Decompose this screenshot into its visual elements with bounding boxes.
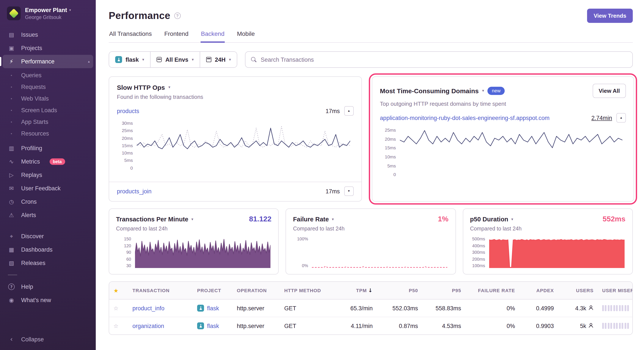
y-tick-label: 0%: [302, 264, 308, 268]
sidebar-item-label: Requests: [21, 84, 46, 90]
stat-title[interactable]: Failure Rate: [293, 216, 334, 223]
transaction-link-products-join[interactable]: products_join: [117, 188, 152, 194]
widget-title-most-time-consuming-domains[interactable]: Most Time-Consuming Domains: [380, 87, 479, 95]
y-tick-label: 0: [130, 166, 133, 170]
star-icon[interactable]: [114, 322, 118, 329]
column-header-failure-rate[interactable]: FAILURE RATE: [466, 282, 519, 299]
sidebar-item-releases[interactable]: ▧Releases: [0, 256, 96, 270]
main-content: Performance ? View Trends All Transactio…: [96, 0, 644, 350]
sidebar-item-projects[interactable]: ▣Projects: [0, 42, 96, 55]
sidebar-item-label: Queries: [21, 72, 42, 79]
y-tick-label: 10ms: [385, 155, 396, 159]
stat-title[interactable]: p50 Duration: [470, 216, 513, 223]
search-icon: [251, 57, 257, 62]
column-header-star[interactable]: [109, 282, 128, 299]
page-header: Performance ? View Trends: [109, 9, 633, 23]
sidebar-item-queries[interactable]: •Queries: [0, 70, 96, 81]
chevron-down-icon: [69, 9, 71, 12]
sidebar-item-help[interactable]: ?Help: [0, 280, 96, 293]
project-link[interactable]: flask: [207, 322, 219, 329]
chevron-up-icon: [620, 116, 622, 120]
page-filter-group: flask All Envs 24H: [109, 51, 238, 68]
transaction-link[interactable]: organization: [132, 322, 164, 329]
environment-filter[interactable]: All Envs: [151, 52, 200, 67]
project-link[interactable]: flask: [207, 305, 219, 311]
sidebar-item-alerts[interactable]: ⚠Alerts: [0, 208, 96, 222]
column-header-users[interactable]: USERS: [558, 282, 598, 299]
sidebar-item-crons[interactable]: ◷Crons: [0, 195, 96, 208]
area-chart: [135, 237, 271, 268]
collapse-toggle-button[interactable]: [616, 113, 626, 123]
sort-desc-icon: [368, 287, 373, 293]
project-filter[interactable]: flask: [109, 52, 151, 67]
chevron-down-icon: [191, 217, 193, 221]
duration-value[interactable]: 2.74min: [592, 115, 612, 121]
transaction-link-products[interactable]: products: [117, 108, 139, 114]
transaction-link[interactable]: product_info: [132, 305, 164, 311]
sidebar-item-user-feedback[interactable]: ✉User Feedback: [0, 182, 96, 195]
sidebar-item-label: App Starts: [21, 119, 48, 125]
sidebar-item-web-vitals[interactable]: •Web Vitals: [0, 93, 96, 104]
sidebar-item-replays[interactable]: ▷Replays: [0, 168, 96, 182]
sidebar-item-performance[interactable]: ⚡Performance: [2, 55, 93, 68]
domain-link[interactable]: application-monitoring-ruby-dot-sales-en…: [380, 115, 587, 121]
flask-project-icon: [197, 322, 204, 329]
chevron-down-icon[interactable]: [482, 89, 484, 93]
sidebar-item-resources[interactable]: •Resources: [0, 128, 96, 139]
date-range-filter[interactable]: 24H: [200, 52, 237, 67]
sidebar: Empower Plant George Gritsouk ▤Issues▣Pr…: [0, 0, 96, 350]
sidebar-item-issues[interactable]: ▤Issues: [0, 28, 96, 42]
widget-title-slow-http-ops[interactable]: Slow HTTP Ops: [117, 84, 165, 91]
issues-icon: ▤: [8, 32, 15, 38]
column-header-user-misery[interactable]: USER MISERY: [598, 282, 633, 299]
y-tick-label: 200ms: [472, 257, 485, 261]
tab-mobile[interactable]: Mobile: [236, 30, 255, 43]
column-header-apdex[interactable]: APDEX: [519, 282, 558, 299]
tab-backend[interactable]: Backend: [200, 30, 225, 43]
expand-toggle-button[interactable]: [344, 186, 354, 196]
column-header-http-method[interactable]: HTTP METHOD: [280, 282, 332, 299]
chevron-down-icon[interactable]: [168, 86, 170, 89]
area-chart: [489, 237, 624, 268]
transactions-table: TRANSACTIONPROJECTOPERATIONHTTP METHODTP…: [109, 281, 633, 335]
sidebar-item-what-s-new[interactable]: ◉What's new: [0, 293, 96, 307]
sidebar-item-label: Profiling: [21, 145, 42, 151]
projects-icon: ▣: [8, 45, 15, 51]
sidebar-item-requests[interactable]: •Requests: [0, 81, 96, 93]
sidebar-item-label: Performance: [21, 58, 54, 65]
tab-all-transactions[interactable]: All Transactions: [109, 30, 152, 43]
sidebar-item-dashboards[interactable]: ▦Dashboards: [0, 243, 96, 256]
sidebar-item-metrics[interactable]: ∿Metricsbeta: [0, 155, 96, 168]
sidebar-item-label: Help: [21, 283, 33, 290]
org-user: George Gritsouk: [25, 15, 71, 20]
column-header-p50[interactable]: P50: [377, 282, 422, 299]
sidebar-item-label: Resources: [21, 130, 49, 137]
collapse-toggle-button[interactable]: [344, 106, 354, 116]
sidebar-item-discover[interactable]: ⌖Discover: [0, 230, 96, 243]
stat-subtitle: Compared to last 24h: [293, 226, 448, 232]
chevron-down-icon: [348, 189, 350, 193]
search-input[interactable]: [261, 56, 627, 63]
view-all-button[interactable]: View All: [593, 84, 626, 98]
sidebar-item-profiling[interactable]: ▥Profiling: [0, 142, 96, 155]
failure-rate-cell: 0%: [466, 299, 519, 317]
sidebar-item-screen-loads[interactable]: •Screen Loads: [0, 104, 96, 116]
crons-icon: ◷: [8, 199, 15, 205]
column-header-tpm[interactable]: TPM: [332, 282, 377, 299]
sidebar-item-app-starts[interactable]: •App Starts: [0, 116, 96, 128]
stat-title[interactable]: Transactions Per Minute: [116, 216, 193, 223]
sidebar-collapse-button[interactable]: ‹ Collapse: [0, 330, 96, 348]
star-icon[interactable]: [114, 305, 118, 311]
org-switcher[interactable]: Empower Plant George Gritsouk: [0, 0, 96, 26]
tab-frontend[interactable]: Frontend: [164, 30, 189, 43]
help-icon[interactable]: ?: [174, 13, 181, 19]
bullet-icon: •: [8, 131, 15, 136]
p50-cell: 0.87ms: [377, 317, 422, 334]
view-trends-button[interactable]: View Trends: [587, 9, 633, 23]
column-header-operation[interactable]: OPERATION: [232, 282, 280, 299]
column-header-project[interactable]: PROJECT: [193, 282, 232, 299]
star-icon[interactable]: [114, 287, 118, 294]
column-header-p95[interactable]: P95: [422, 282, 466, 299]
domains-chart: 25ms20ms15ms10ms5ms0: [380, 128, 626, 177]
column-header-transaction[interactable]: TRANSACTION: [128, 282, 193, 299]
